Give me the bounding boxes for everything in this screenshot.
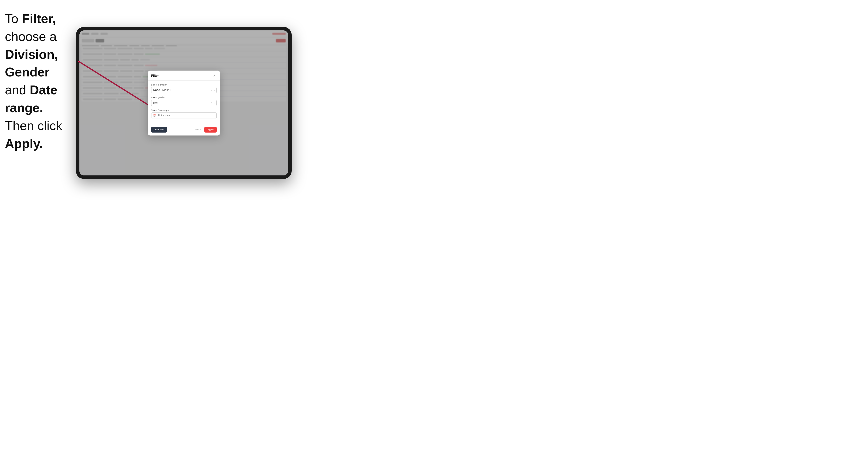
date-range-form-group: Select Date range 📅 [151,109,217,119]
division-form-group: Select a division NCAA Division I NCAA D… [151,84,217,93]
division-clear-icon[interactable]: × [211,89,212,91]
footer-actions: Cancel Apply [191,127,216,132]
gender-label: Select gender [151,96,217,99]
modal-overlay: Filter × Select a division NCAA Division… [80,30,288,176]
gender-form-group: Select gender Men Women × ⌄ [151,96,217,106]
date-input-wrapper: 📅 [151,113,217,119]
gender-select[interactable]: Men Women [151,100,217,106]
division-label: Select a division [151,84,217,86]
tablet-screen: Filter × Select a division NCAA Division… [80,30,288,176]
filter-modal: Filter × Select a division NCAA Division… [148,70,220,135]
modal-header: Filter × [148,70,220,81]
cancel-button[interactable]: Cancel [191,127,203,132]
gender-clear-icon[interactable]: × [211,102,212,104]
modal-body: Select a division NCAA Division I NCAA D… [148,81,220,125]
apply-button[interactable]: Apply [205,127,216,132]
clear-filter-button[interactable]: Clear filter [151,127,167,132]
division-select[interactable]: NCAA Division I NCAA Division II NCAA Di… [151,87,217,93]
division-select-wrapper: NCAA Division I NCAA Division II NCAA Di… [151,87,217,93]
modal-footer: Clear filter Cancel Apply [148,125,220,135]
close-button[interactable]: × [212,73,217,78]
modal-title: Filter [151,74,159,77]
tablet-frame: Filter × Select a division NCAA Division… [76,27,291,179]
instruction-text: To Filter, choose a Division, Gender and… [5,10,76,152]
date-range-input[interactable] [151,113,217,119]
gender-select-wrapper: Men Women × ⌄ [151,100,217,106]
date-range-label: Select Date range [151,109,217,112]
